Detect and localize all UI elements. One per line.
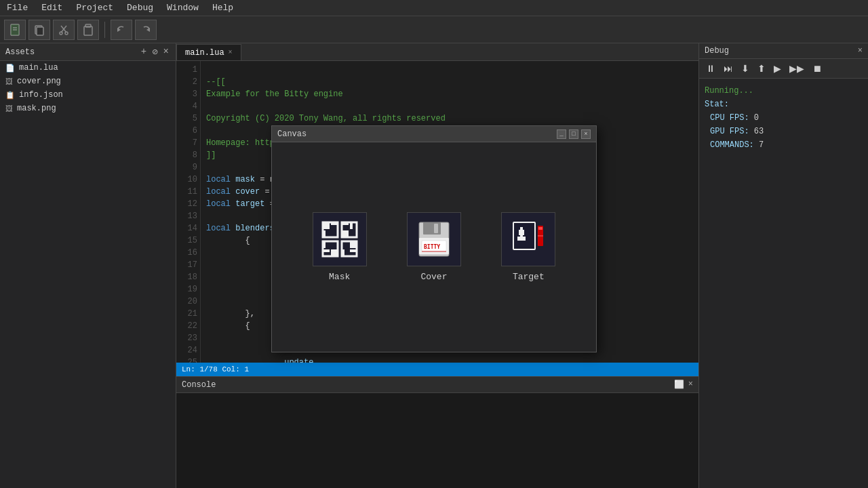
toolbar <box>0 16 868 43</box>
assets-filter-icon[interactable]: ⊘ <box>151 46 159 58</box>
redo-button[interactable] <box>135 20 157 40</box>
menu-edit[interactable]: Edit <box>35 1 69 14</box>
debug-running-status: Running... <box>705 86 753 96</box>
menu-help[interactable]: Help <box>205 1 240 14</box>
canvas-target-label: Target <box>513 272 545 282</box>
svg-rect-36 <box>422 251 446 252</box>
debug-content: Running... Stat: CPU FPS: 0 GPU FPS: 63 … <box>699 79 868 157</box>
canvas-dialog-title: Canvas <box>277 129 307 139</box>
asset-name-main-lua: main.lua <box>19 63 58 73</box>
debug-gpu-fps-label: GPU FPS: <box>710 127 749 136</box>
line-numbers: 12345 678910 1112131415 1617181920 21222… <box>176 61 201 363</box>
debug-title: Debug <box>705 46 729 56</box>
svg-marker-13 <box>146 28 150 32</box>
editor-statusbar: Ln: 1/78 Col: 1 <box>182 365 249 373</box>
svg-point-9 <box>65 32 68 35</box>
menu-debug[interactable]: Debug <box>120 1 160 14</box>
assets-add-icon[interactable]: + <box>140 46 148 58</box>
canvas-titlebar: Canvas _ □ × <box>272 126 596 142</box>
tab-close-icon[interactable]: × <box>229 49 233 56</box>
svg-rect-20 <box>350 222 353 229</box>
asset-name-mask-png: mask.png <box>17 104 56 113</box>
debug-gpu-fps-line: GPU FPS: 63 <box>705 125 863 138</box>
svg-rect-16 <box>331 222 338 225</box>
console-title: Console <box>182 380 216 390</box>
svg-point-8 <box>60 32 62 35</box>
debug-close-icon[interactable]: × <box>858 46 863 56</box>
svg-rect-38 <box>515 224 534 248</box>
svg-rect-31 <box>423 222 441 235</box>
debug-stop-btn[interactable]: ⏹ <box>810 62 825 75</box>
debug-running-line: Running... <box>705 84 863 98</box>
canvas-item-cover[interactable]: BITTY Cover <box>407 212 461 282</box>
debug-continue-btn[interactable]: ▶▶ <box>787 62 807 75</box>
svg-rect-24 <box>331 249 338 256</box>
menu-file[interactable]: File <box>0 1 35 14</box>
canvas-maximize-btn[interactable]: □ <box>569 129 578 139</box>
paste-button[interactable] <box>77 20 99 40</box>
debug-toolbar: ⏸ ⏭ ⬇ ⬆ ▶ ▶▶ ⏹ <box>699 59 868 79</box>
menu-window[interactable]: Window <box>160 1 205 14</box>
debug-pause-btn[interactable]: ⏸ <box>703 62 718 75</box>
svg-rect-11 <box>84 26 92 35</box>
canvas-target-svg <box>508 219 549 260</box>
asset-item-info-json[interactable]: 📋 info.json <box>0 88 176 102</box>
debug-step-into-btn[interactable]: ⬇ <box>738 62 752 75</box>
undo-button[interactable] <box>111 20 132 40</box>
tab-main-lua[interactable]: main.lua × <box>176 44 241 60</box>
debug-panel: Debug × ⏸ ⏭ ⬇ ⬆ ▶ ▶▶ ⏹ Running... Stat: … <box>698 43 868 488</box>
cut-button[interactable] <box>53 20 75 40</box>
svg-marker-12 <box>117 28 121 32</box>
tab-label: main.lua <box>185 48 224 58</box>
svg-rect-40 <box>519 230 524 235</box>
console-panel: Console ⬜ × <box>176 376 698 488</box>
canvas-close-btn[interactable]: × <box>581 129 591 139</box>
canvas-dialog: Canvas _ □ × <box>271 125 597 352</box>
svg-rect-43 <box>523 237 526 241</box>
canvas-minimize-btn[interactable]: _ <box>557 129 566 139</box>
asset-file-icon: 📄 <box>5 64 15 73</box>
svg-rect-29 <box>350 249 357 252</box>
console-close-icon[interactable]: × <box>688 380 693 390</box>
assets-panel: Assets + ⊘ × 📄 main.lua 🖼 cover.png 📋 in… <box>0 43 176 488</box>
asset-image-icon: 🖼 <box>5 77 13 86</box>
canvas-item-target[interactable]: Target <box>501 212 555 282</box>
debug-commands-number: 7 <box>759 140 764 150</box>
canvas-win-buttons: _ □ × <box>557 129 591 139</box>
canvas-mask-label: Mask <box>329 272 350 282</box>
menu-project[interactable]: Project <box>69 1 120 14</box>
debug-commands-label: COMMANDS: <box>710 140 754 150</box>
console-expand-icon[interactable]: ⬜ <box>674 380 684 390</box>
assets-header: Assets + ⊘ × <box>0 43 176 61</box>
asset-item-cover-png[interactable]: 🖼 cover.png <box>0 75 176 88</box>
copy-button[interactable] <box>28 20 50 40</box>
assets-close-icon[interactable]: × <box>162 46 170 58</box>
asset-item-mask-png[interactable]: 🖼 mask.png <box>0 102 176 115</box>
assets-list: 📄 main.lua 🖼 cover.png 📋 info.json 🖼 mas… <box>0 61 176 115</box>
svg-rect-41 <box>520 235 523 241</box>
debug-stat-line: Stat: <box>705 98 863 111</box>
canvas-cover-label: Cover <box>420 272 447 282</box>
toolbar-sep-1 <box>104 22 105 38</box>
canvas-item-mask[interactable]: Mask <box>313 212 367 282</box>
asset-item-main-lua[interactable]: 📄 main.lua <box>0 61 176 75</box>
canvas-cover-icon-box: BITTY <box>407 212 461 266</box>
svg-rect-19 <box>342 230 349 237</box>
debug-step-out-btn[interactable]: ⬆ <box>755 62 768 75</box>
svg-rect-32 <box>434 224 438 233</box>
debug-run-btn[interactable]: ▶ <box>771 62 784 75</box>
debug-cpu-fps-number: 0 <box>754 113 759 123</box>
debug-stat-label: Stat: <box>705 100 729 109</box>
tab-bar: main.lua × <box>176 43 698 61</box>
debug-step-over-btn[interactable]: ⏭ <box>721 62 736 75</box>
svg-rect-21 <box>342 222 349 225</box>
svg-rect-42 <box>517 237 520 241</box>
asset-name-cover-png: cover.png <box>17 77 61 86</box>
console-header: Console ⬜ × <box>176 377 698 393</box>
new-button[interactable] <box>4 20 26 40</box>
debug-gpu-fps-number: 63 <box>754 127 764 136</box>
console-content <box>176 393 698 488</box>
svg-rect-45 <box>538 227 542 230</box>
canvas-mask-svg <box>319 219 360 260</box>
svg-rect-39 <box>520 227 523 230</box>
